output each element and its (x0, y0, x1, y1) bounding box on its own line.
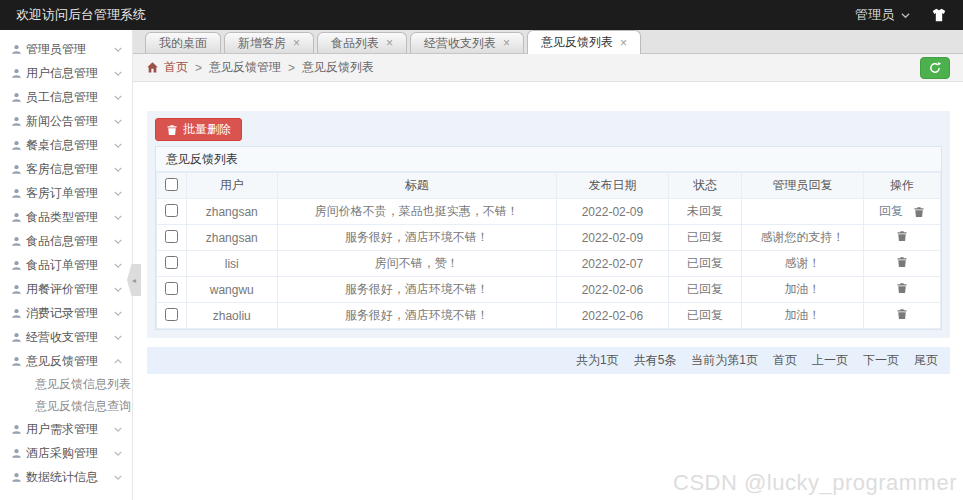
user-icon (11, 188, 22, 199)
user-icon (11, 472, 22, 483)
app-title: 欢迎访问后台管理系统 (16, 6, 146, 24)
breadcrumb-home[interactable]: 首页 (146, 59, 188, 76)
sidebar-item-food-type[interactable]: 食品类型管理 (0, 205, 132, 229)
sidebar-item-food-info[interactable]: 食品信息管理 (0, 229, 132, 253)
tab-new-room[interactable]: 新增客房× (224, 32, 314, 53)
row-checkbox[interactable] (165, 282, 178, 295)
cell-reply: 感谢！ (741, 251, 863, 277)
cell-reply: 感谢您的支持！ (741, 225, 863, 251)
user-icon (11, 260, 22, 271)
cell-title: 房间不错，赞！ (277, 251, 556, 277)
delete-row-button[interactable] (913, 206, 925, 218)
trash-icon (913, 206, 925, 218)
pagination-bar: 共为1页 共有5条 当前为第1页 首页 上一页 下一页 尾页 (147, 347, 950, 374)
sidebar-item-room-order[interactable]: 客房订单管理 (0, 181, 132, 205)
chevron-down-icon (113, 189, 123, 198)
cell-user: zhangsan (186, 199, 277, 225)
row-checkbox[interactable] (165, 256, 178, 269)
pagination-last[interactable]: 尾页 (914, 352, 938, 369)
close-icon[interactable]: × (503, 37, 510, 49)
user-menu[interactable]: 管理员 (855, 6, 911, 24)
tab-bar: 我的桌面 新增客房× 食品列表× 经营收支列表× 意见反馈列表× (133, 30, 963, 54)
sidebar-item-room-info[interactable]: 客房信息管理 (0, 157, 132, 181)
sidebar-item-purchase[interactable]: 酒店采购管理 (0, 441, 132, 465)
pagination-first[interactable]: 首页 (773, 352, 797, 369)
user-icon (11, 308, 22, 319)
sidebar-subitem-feedback-list[interactable]: 意见反馈信息列表 (0, 373, 132, 395)
cell-status: 已回复 (668, 225, 741, 251)
feedback-panel: 意见反馈列表 用户 标题 发布日期 状态 (155, 146, 942, 330)
sidebar-item-dining-review[interactable]: 用餐评价管理 (0, 277, 132, 301)
sidebar-item-staff-info[interactable]: 员工信息管理 (0, 85, 132, 109)
chevron-down-icon (113, 261, 123, 270)
table-header-row: 用户 标题 发布日期 状态 管理员回复 操作 (157, 173, 941, 199)
cell-date: 2022-02-07 (556, 251, 668, 277)
user-icon (11, 424, 22, 435)
row-checkbox[interactable] (165, 204, 178, 217)
pagination-prev[interactable]: 上一页 (812, 352, 848, 369)
chevron-down-icon (113, 93, 123, 102)
breadcrumb-section[interactable]: 意见反馈管理 (209, 59, 281, 76)
sidebar-item-feedback[interactable]: 意见反馈管理 (0, 349, 132, 373)
batch-delete-button[interactable]: 批量删除 (155, 118, 242, 141)
chevron-down-icon (113, 69, 123, 78)
main-area: 我的桌面 新增客房× 食品列表× 经营收支列表× 意见反馈列表× 首页 > 意见… (133, 30, 963, 500)
sidebar-item-table-info[interactable]: 餐桌信息管理 (0, 133, 132, 157)
tab-my-desktop[interactable]: 我的桌面 (145, 32, 221, 53)
cell-title: 服务很好，酒店环境不错！ (277, 303, 556, 329)
row-checkbox[interactable] (165, 230, 178, 243)
sidebar-item-admin[interactable]: 管理员管理 (0, 37, 132, 61)
cell-user: zhangsan (186, 225, 277, 251)
cell-reply: 加油！ (741, 303, 863, 329)
sidebar-subitem-feedback-query[interactable]: 意见反馈信息查询 (0, 395, 132, 417)
chevron-down-icon (113, 425, 123, 434)
cell-date: 2022-02-06 (556, 303, 668, 329)
sidebar-item-food-order[interactable]: 食品订单管理 (0, 253, 132, 277)
trash-icon (896, 282, 908, 294)
pagination-next[interactable]: 下一页 (863, 352, 899, 369)
sidebar: 管理员管理 用户信息管理 员工信息管理 新闻公告管理 餐桌信息管理 客房信息管理… (0, 30, 133, 500)
row-checkbox[interactable] (165, 308, 178, 321)
sidebar-item-revenue[interactable]: 经营收支管理 (0, 325, 132, 349)
close-icon[interactable]: × (293, 37, 300, 49)
close-icon[interactable]: × (620, 37, 627, 49)
refresh-button[interactable] (920, 57, 950, 79)
delete-row-button[interactable] (896, 230, 908, 242)
sidebar-item-user-info[interactable]: 用户信息管理 (0, 61, 132, 85)
header-status: 状态 (668, 173, 741, 199)
sidebar-item-statistics[interactable]: 数据统计信息 (0, 465, 132, 489)
header-admin-reply: 管理员回复 (741, 173, 863, 199)
table-row: zhaoliu 服务很好，酒店环境不错！ 2022-02-06 已回复 加油！ (157, 303, 941, 329)
chevron-down-icon (113, 473, 123, 482)
sidebar-item-user-demand[interactable]: 用户需求管理 (0, 417, 132, 441)
chevron-down-icon (113, 117, 123, 126)
delete-row-button[interactable] (896, 256, 908, 268)
cell-status: 已回复 (668, 303, 741, 329)
cell-status: 未回复 (668, 199, 741, 225)
home-icon (146, 61, 159, 74)
user-icon (11, 92, 22, 103)
chevron-up-icon (113, 357, 123, 366)
chevron-down-icon (113, 309, 123, 318)
breadcrumb-separator: > (288, 61, 295, 75)
user-icon (11, 164, 22, 175)
theme-skin-button[interactable] (931, 7, 947, 23)
tab-food-list[interactable]: 食品列表× (317, 32, 407, 53)
tab-feedback-list[interactable]: 意见反馈列表× (527, 30, 641, 54)
user-icon (11, 140, 22, 151)
sidebar-item-consume-record[interactable]: 消费记录管理 (0, 301, 132, 325)
close-icon[interactable]: × (386, 37, 393, 49)
cell-title: 服务很好，酒店环境不错！ (277, 225, 556, 251)
select-all-checkbox[interactable] (165, 178, 178, 191)
user-icon (11, 116, 22, 127)
pagination-total-pages: 共为1页 (576, 352, 619, 369)
delete-row-button[interactable] (896, 308, 908, 320)
tab-revenue-list[interactable]: 经营收支列表× (410, 32, 524, 53)
sidebar-item-news[interactable]: 新闻公告管理 (0, 109, 132, 133)
delete-row-button[interactable] (896, 282, 908, 294)
cell-reply: 加油！ (741, 277, 863, 303)
tshirt-icon (931, 7, 947, 23)
header-title: 标题 (277, 173, 556, 199)
panel-title: 意见反馈列表 (156, 147, 941, 172)
reply-link[interactable]: 回复 (879, 203, 903, 220)
